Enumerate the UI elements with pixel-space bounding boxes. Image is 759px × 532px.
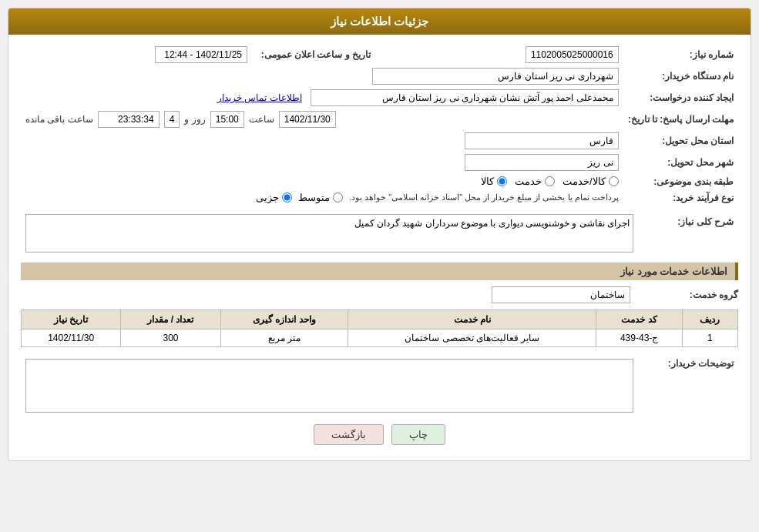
requester-label: ایجاد کننده درخواست: [623,87,738,109]
buyer-desc-label: توضیحات خریدار: [638,353,738,415]
buyer-desc-table: توضیحات خریدار: [21,353,738,415]
purchase-partial-radio[interactable] [282,192,292,202]
province-label: استان محل تحویل: [623,130,738,152]
category-radio-group: کالا/خدمت خدمت کالا [25,176,619,187]
category-service-radio[interactable] [545,176,555,186]
deadline-date-value: 1402/11/30 [279,111,336,128]
buyer-org-label: نام دستگاه خریدار: [623,65,738,87]
col-unit: واحد اندازه گیری [220,310,348,330]
purchase-partial-item[interactable]: جزیی [256,192,292,203]
footer-buttons: چاپ بازگشت [21,415,738,451]
deadline-time-value: 15:00 [210,111,244,128]
announcement-date-label: تاریخ و ساعت اعلان عمومی: [252,44,375,65]
back-button[interactable]: بازگشت [314,424,384,445]
purchase-medium-label: متوسط [298,192,330,203]
page-container: جزئیات اطلاعات نیاز شماره نیاز: 11020050… [0,0,759,532]
service-group-row: گروه خدمت: ساختمان [21,286,738,303]
purchase-type-row: پرداخت تمام یا بخشی از مبلغ خریدار از مح… [25,192,619,203]
deadline-remaining-value: 23:33:34 [98,111,160,128]
service-group-label: گروه خدمت: [638,289,738,300]
category-goods-item[interactable]: کالا [481,176,507,187]
category-goods-radio[interactable] [497,176,507,186]
buyer-desc-value [25,359,633,413]
section2-title: اطلاعات خدمات مورد نیاز [21,263,738,280]
deadline-remaining-label: ساعت باقی مانده [25,114,93,125]
service-group-value: ساختمان [492,286,630,303]
need-desc-table: شرح کلی نیاز: اجرای نقاشی و خوشنویسی دیو… [21,212,738,255]
print-button[interactable]: چاپ [391,424,445,445]
category-service-item[interactable]: خدمت [515,176,555,187]
city-label: شهر محل تحویل: [623,152,738,173]
col-service-code: کد خدمت [596,310,682,330]
services-table: ردیف کد خدمت نام خدمت واحد اندازه گیری ت… [21,309,738,347]
purchase-medium-item[interactable]: متوسط [298,192,343,203]
category-service-label: خدمت [515,176,542,187]
announcement-date-value: 1402/11/25 - 12:44 [155,46,247,63]
category-goods-service-item[interactable]: کالا/خدمت [563,176,619,187]
need-number-label: شماره نیاز: [623,44,738,65]
deadline-time-label: ساعت [249,114,274,125]
card-header: جزئیات اطلاعات نیاز [8,8,751,35]
deadline-label: مهلت ارسال پاسخ: تا تاریخ: [623,109,738,130]
purchase-partial-label: جزیی [256,192,279,203]
deadline-row: 1402/11/30 ساعت 15:00 روز و 4 23:33:34 س… [25,111,619,128]
info-table-top: شماره نیاز: 1102005025000016 تاریخ و ساع… [21,44,738,206]
col-date: تاریخ نیاز [22,310,121,330]
requester-value: محمدعلی احمد پور آتش نشان شهرداری نی ریز… [311,89,619,106]
col-row-num: ردیف [682,310,737,330]
card-body: شماره نیاز: 1102005025000016 تاریخ و ساع… [8,35,751,460]
province-value: فارس [465,132,619,149]
deadline-days-value: 4 [164,111,180,128]
col-quantity: تعداد / مقدار [121,310,220,330]
deadline-days-label: روز و [184,114,205,125]
need-desc-label: شرح کلی نیاز: [638,212,738,255]
buyer-org-value: شهرداری نی ریز استان فارس [372,68,619,85]
need-number-value: 1102005025000016 [526,46,619,63]
category-goods-label: کالا [481,176,494,187]
category-goods-service-radio[interactable] [609,176,619,186]
category-goods-service-label: کالا/خدمت [563,176,606,187]
purchase-type-label: نوع فرآیند خرید: [623,189,738,206]
purchase-type-note: پرداخت تمام یا بخشی از مبلغ خریدار از مح… [349,192,619,202]
table-row: 1ج-43-439سایر فعالیت‌های تخصصی ساختمانمت… [22,330,738,347]
purchase-medium-radio[interactable] [333,192,343,202]
need-desc-value: اجرای نقاشی و خوشنویسی دیواری با موضوع س… [25,214,633,253]
city-value: نی ریز [465,154,619,171]
main-card: جزئیات اطلاعات نیاز شماره نیاز: 11020050… [8,8,751,461]
page-title: جزئیات اطلاعات نیاز [331,15,428,28]
contact-info-link[interactable]: اطلاعات تماس خریدار [217,92,302,103]
col-service-name: نام خدمت [348,310,596,330]
category-label: طبقه بندی موضوعی: [623,173,738,189]
